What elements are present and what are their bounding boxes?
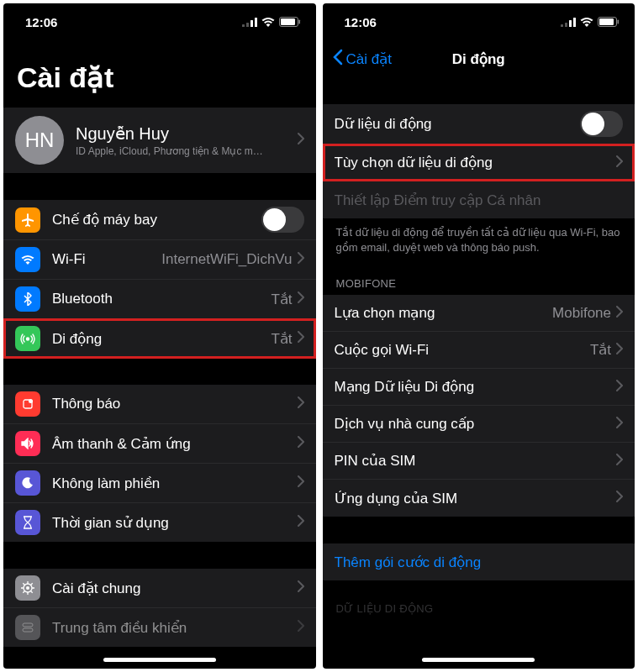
status-icons: [561, 17, 620, 27]
status-bar: 12:06: [323, 3, 635, 40]
wifi-calling-row[interactable]: Cuộc gọi Wi-Fi Tắt: [323, 332, 635, 369]
control-center-row[interactable]: Trung tâm điều khiển: [3, 608, 316, 647]
home-indicator[interactable]: [422, 658, 535, 662]
chevron-right-icon: [298, 291, 304, 307]
network-value: Mobifone: [552, 305, 611, 322]
settings-screen: 12:06 Cài đặt HN Nguyễn Huy ID Apple, iC…: [3, 3, 316, 669]
bluetooth-value: Tắt: [271, 291, 292, 308]
profile-subtitle: ID Apple, iCloud, Phương tiện & Mục m…: [76, 145, 298, 157]
chevron-right-icon: [298, 580, 304, 596]
sim-applications-row[interactable]: Ứng dụng của SIM: [323, 480, 635, 517]
cellular-row[interactable]: Di động Tắt: [3, 319, 316, 358]
carrier-section-header: MOBIFONE: [323, 272, 635, 295]
svg-point-11: [26, 586, 29, 590]
cellular-data-toggle[interactable]: [580, 111, 623, 137]
carrier-services-row[interactable]: Dịch vụ nhà cung cấp: [323, 406, 635, 443]
chevron-right-icon: [298, 331, 304, 346]
status-time: 12:06: [25, 15, 57, 29]
profile-name: Nguyễn Huy: [76, 123, 298, 144]
cellular-screen: 12:06 Cài đặt Di động Dữ liệu di động Tù…: [323, 3, 635, 669]
nav-title: Di động: [452, 50, 505, 68]
svg-rect-19: [599, 18, 614, 25]
hourglass-icon: [15, 510, 40, 535]
chevron-right-icon: [616, 491, 623, 506]
cellular-data-options-row[interactable]: Tùy chọn dữ liệu di động: [323, 144, 635, 181]
svg-rect-6: [298, 20, 300, 24]
svg-rect-2: [250, 20, 253, 27]
chevron-right-icon: [298, 436, 304, 451]
chevron-right-icon: [616, 306, 623, 321]
svg-point-9: [29, 399, 33, 403]
settings-list: HN Nguyễn Huy ID Apple, iCloud, Phương t…: [3, 102, 316, 669]
chevron-right-icon: [616, 454, 623, 469]
chevron-right-icon: [298, 515, 304, 530]
status-bar: 12:06: [3, 3, 316, 40]
svg-rect-20: [618, 20, 620, 24]
wifi-icon: [261, 18, 275, 27]
chevron-right-icon: [298, 133, 304, 148]
network-selection-row[interactable]: Lựa chọn mạng Mobifone: [323, 295, 635, 332]
screentime-row[interactable]: Thời gian sử dụng: [3, 503, 316, 542]
cellular-list: Dữ liệu di động Tùy chọn dữ liệu di động…: [323, 77, 635, 669]
apple-id-row[interactable]: HN Nguyễn Huy ID Apple, iCloud, Phương t…: [3, 108, 316, 173]
svg-rect-3: [255, 18, 257, 27]
wifi-value: InternetWiFi_DichVu: [161, 251, 292, 268]
switches-icon: [15, 615, 40, 640]
dnd-row[interactable]: Không làm phiền: [3, 464, 316, 503]
wifi-row[interactable]: Wi-Fi InternetWiFi_DichVu: [3, 240, 316, 280]
chevron-right-icon: [616, 380, 623, 395]
notifications-icon: [15, 391, 40, 417]
avatar: HN: [15, 116, 64, 165]
sim-pin-row[interactable]: PIN của SIM: [323, 443, 635, 480]
svg-rect-0: [242, 24, 245, 27]
chevron-right-icon: [616, 417, 623, 432]
status-icons: [242, 17, 301, 27]
cellular-icon: [15, 326, 40, 351]
airplane-mode-row[interactable]: Chế độ máy bay: [3, 200, 316, 240]
chevron-right-icon: [298, 620, 304, 635]
svg-rect-12: [23, 623, 33, 627]
cellular-data-usage-header: DỮ LIỆU DI ĐỘNG: [323, 597, 635, 620]
nav-bar: Cài đặt Di động: [323, 40, 635, 77]
airplane-toggle[interactable]: [261, 207, 304, 233]
back-button[interactable]: Cài đặt: [333, 49, 392, 70]
cellular-value: Tắt: [271, 330, 292, 348]
chevron-right-icon: [616, 155, 623, 171]
bluetooth-row[interactable]: Bluetooth Tắt: [3, 280, 316, 319]
chevron-left-icon: [333, 49, 343, 70]
svg-rect-1: [246, 23, 249, 27]
home-indicator[interactable]: [103, 658, 216, 662]
cellular-data-network-row[interactable]: Mạng Dữ liệu Di động: [323, 369, 635, 406]
chevron-right-icon: [298, 396, 304, 412]
svg-rect-16: [569, 20, 572, 27]
svg-rect-15: [565, 23, 567, 27]
svg-point-7: [27, 338, 29, 340]
notifications-row[interactable]: Thông báo: [3, 385, 316, 424]
battery-icon: [598, 17, 620, 27]
svg-rect-17: [573, 18, 576, 27]
personal-hotspot-row: Thiết lập Điểm truy cập Cá nhân: [323, 181, 635, 218]
signal-icon: [561, 18, 576, 27]
cellular-data-row[interactable]: Dữ liệu di động: [323, 104, 635, 144]
signal-icon: [242, 18, 257, 27]
gear-icon: [15, 575, 40, 601]
wifi-icon: [580, 18, 593, 27]
sounds-icon: [15, 431, 40, 456]
bluetooth-icon: [15, 286, 40, 312]
add-cellular-plan-row[interactable]: Thêm gói cước di động: [323, 543, 635, 580]
page-title: Cài đặt: [3, 40, 316, 102]
chevron-right-icon: [616, 343, 623, 358]
status-time: 12:06: [345, 15, 377, 29]
chevron-right-icon: [298, 252, 304, 267]
sounds-row[interactable]: Âm thanh & Cảm ứng: [3, 424, 316, 464]
airplane-icon: [15, 207, 40, 233]
wifi-calling-value: Tắt: [590, 341, 611, 359]
wifi-settings-icon: [15, 247, 40, 272]
general-row[interactable]: Cài đặt chung: [3, 569, 316, 608]
battery-icon: [279, 17, 301, 27]
svg-rect-5: [281, 18, 295, 25]
cellular-data-footer: Tắt dữ liệu di động để truyền tất cả dữ …: [323, 218, 635, 272]
svg-rect-13: [23, 628, 33, 632]
moon-icon: [15, 470, 40, 496]
chevron-right-icon: [298, 475, 304, 491]
